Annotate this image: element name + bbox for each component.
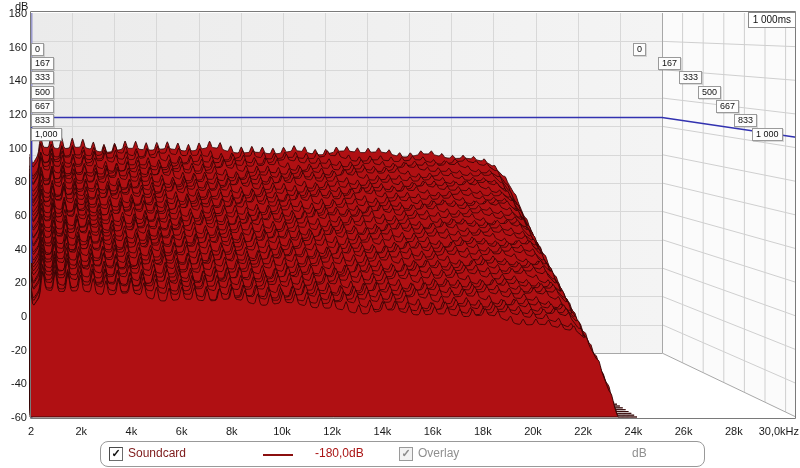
- freq-tick-label: 10k: [273, 425, 291, 437]
- time-label-left: 833: [31, 114, 54, 127]
- time-label-left: 333: [31, 71, 54, 84]
- waterfall-plot-canvas[interactable]: [0, 0, 800, 468]
- db-tick-label: 140: [0, 74, 27, 86]
- freq-tick-label: 26k: [675, 425, 693, 437]
- freq-tick-label: 2k: [75, 425, 87, 437]
- freq-tick-label: 30,0kHz: [759, 425, 799, 437]
- db-tick-label: -40: [0, 377, 27, 389]
- time-range-box: 1 000ms: [748, 12, 796, 28]
- db-tick-label: -60: [0, 411, 27, 423]
- time-label-left: 667: [31, 100, 54, 113]
- freq-tick-label: 20k: [524, 425, 542, 437]
- waterfall-window: dB 180160140120100806040200-20-40-60 22k…: [0, 0, 800, 468]
- overlay-label: Overlay: [418, 446, 459, 460]
- soundcard-label: Soundcard: [128, 446, 186, 460]
- db-tick-label: 100: [0, 142, 27, 154]
- legend-bar: ✓ Soundcard -180,0dB ✓ Overlay dB: [100, 441, 705, 467]
- time-label-left: 167: [31, 57, 54, 70]
- time-label-right: 500: [698, 86, 721, 99]
- soundcard-checkbox[interactable]: ✓: [109, 447, 123, 461]
- db-tick-label: 40: [0, 243, 27, 255]
- time-label-right: 1 000: [752, 128, 783, 141]
- db-tick-label: 80: [0, 175, 27, 187]
- db-tick-label: 120: [0, 108, 27, 120]
- freq-tick-label: 22k: [574, 425, 592, 437]
- time-label-left: 1,000: [31, 128, 62, 141]
- freq-tick-label: 2: [28, 425, 34, 437]
- time-label-right: 0: [633, 43, 646, 56]
- time-label-right: 333: [679, 71, 702, 84]
- db-tick-label: 20: [0, 276, 27, 288]
- time-label-right: 667: [716, 100, 739, 113]
- db-tick-label: 0: [0, 310, 27, 322]
- freq-tick-label: 14k: [374, 425, 392, 437]
- freq-tick-label: 12k: [323, 425, 341, 437]
- freq-tick-label: 4k: [126, 425, 138, 437]
- freq-tick-label: 6k: [176, 425, 188, 437]
- overlay-checkbox[interactable]: ✓: [399, 447, 413, 461]
- freq-tick-label: 28k: [725, 425, 743, 437]
- db-tick-label: 60: [0, 209, 27, 221]
- time-label-left: 0: [31, 43, 44, 56]
- db-tick-label: -20: [0, 344, 27, 356]
- time-label-right: 833: [734, 114, 757, 127]
- db-tick-label: 180: [0, 7, 27, 19]
- time-label-right: 167: [658, 57, 681, 70]
- level-value: -180,0dB: [315, 446, 364, 460]
- freq-tick-label: 8k: [226, 425, 238, 437]
- legend-line-sample: [263, 454, 293, 456]
- freq-tick-label: 24k: [625, 425, 643, 437]
- time-label-left: 500: [31, 86, 54, 99]
- freq-tick-label: 16k: [424, 425, 442, 437]
- unit-label: dB: [632, 446, 647, 460]
- freq-tick-label: 18k: [474, 425, 492, 437]
- db-tick-label: 160: [0, 41, 27, 53]
